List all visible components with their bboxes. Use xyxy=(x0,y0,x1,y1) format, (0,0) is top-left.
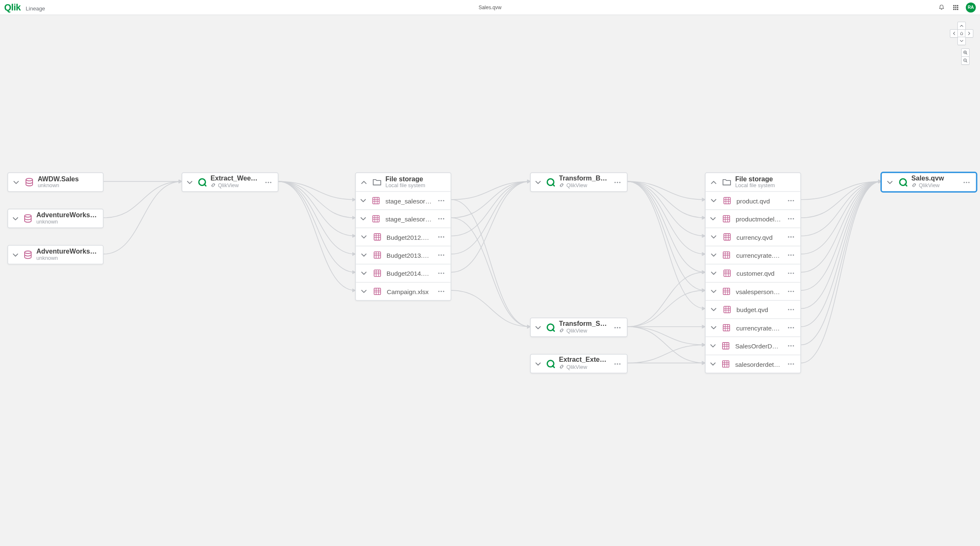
expand-toggle[interactable] xyxy=(710,269,718,277)
expand-toggle[interactable] xyxy=(535,178,542,186)
more-icon[interactable] xyxy=(612,177,623,188)
lineage-child-row[interactable]: customer.qvd xyxy=(705,264,800,282)
lineage-child-row[interactable]: stage_salesorderdetail... xyxy=(356,191,451,209)
more-icon[interactable] xyxy=(786,304,797,315)
expand-toggle[interactable] xyxy=(535,360,542,368)
more-icon[interactable] xyxy=(786,231,797,242)
pan-left-button[interactable] xyxy=(950,29,958,38)
expand-toggle[interactable] xyxy=(12,251,19,259)
lineage-child-row[interactable]: currency.qvd xyxy=(705,228,800,246)
expand-toggle[interactable] xyxy=(12,214,19,222)
expand-toggle[interactable] xyxy=(710,178,718,186)
expand-toggle[interactable] xyxy=(360,178,368,186)
more-icon[interactable] xyxy=(263,177,274,188)
lineage-node[interactable]: Transform_Budget.qvw QlikView xyxy=(530,173,627,192)
lineage-child-row[interactable]: SalesOrderDetail_202... xyxy=(705,336,800,354)
more-icon[interactable] xyxy=(436,286,447,297)
node-labels: AdventureWorks2017.Sales unknown xyxy=(36,212,99,225)
notifications-icon[interactable] xyxy=(937,3,946,12)
lineage-container-node[interactable]: File storage Local file system stage_sal… xyxy=(355,173,451,301)
expand-toggle[interactable] xyxy=(710,251,717,259)
pan-down-button[interactable] xyxy=(957,37,966,45)
more-icon[interactable] xyxy=(786,268,797,279)
expand-toggle[interactable] xyxy=(710,342,716,350)
pan-up-button[interactable] xyxy=(957,22,966,30)
expand-toggle[interactable] xyxy=(360,233,368,241)
expand-toggle[interactable] xyxy=(710,197,718,205)
node-header[interactable]: Extract_External.qvw QlikView xyxy=(531,355,627,373)
lineage-child-row[interactable]: stage_salesorderhead... xyxy=(356,209,451,227)
more-icon[interactable] xyxy=(786,340,797,351)
expand-toggle[interactable] xyxy=(710,287,717,295)
expand-toggle[interactable] xyxy=(360,215,367,223)
more-icon[interactable] xyxy=(612,322,623,333)
lineage-node[interactable]: Extract_Weekly.qvw QlikView xyxy=(182,173,279,192)
more-icon[interactable] xyxy=(436,195,447,206)
expand-toggle[interactable] xyxy=(710,305,718,313)
expand-toggle[interactable] xyxy=(710,360,716,368)
expand-toggle[interactable] xyxy=(710,233,718,241)
lineage-child-row[interactable]: product.qvd xyxy=(705,191,800,209)
pan-right-button[interactable] xyxy=(965,29,973,38)
expand-toggle[interactable] xyxy=(360,197,367,205)
expand-toggle[interactable] xyxy=(710,215,717,223)
more-icon[interactable] xyxy=(786,358,797,369)
expand-toggle[interactable] xyxy=(710,324,717,332)
node-header[interactable]: AdventureWorks2017.Sales unknown xyxy=(8,209,103,227)
app-launcher-icon[interactable] xyxy=(952,3,960,12)
avatar[interactable]: RA xyxy=(966,3,976,13)
node-header[interactable]: AdventureWorks2017.Produ... unknown xyxy=(8,246,103,264)
lineage-child-row[interactable]: vsalesperson.qvd xyxy=(705,282,800,300)
section-label: Lineage xyxy=(26,5,45,12)
expand-toggle[interactable] xyxy=(535,323,542,331)
node-header[interactable]: File storage Local file system xyxy=(356,173,451,191)
more-icon[interactable] xyxy=(786,323,797,333)
more-icon[interactable] xyxy=(436,213,447,224)
lineage-child-row[interactable]: Budget2014.xlsx xyxy=(356,264,451,282)
node-header[interactable]: Sales.qvw QlikView xyxy=(882,173,976,191)
node-header[interactable]: AWDW.Sales unknown xyxy=(8,173,103,191)
more-icon[interactable] xyxy=(961,177,972,188)
pan-home-button[interactable] xyxy=(957,29,966,38)
more-icon[interactable] xyxy=(786,213,797,224)
lineage-canvas[interactable]: AWDW.Sales unknown AdventureWorks2017.Sa… xyxy=(0,15,980,539)
brand-logo[interactable]: Qlik xyxy=(4,2,21,13)
expand-toggle[interactable] xyxy=(886,178,894,186)
lineage-container-node[interactable]: File storage Local file system product.q… xyxy=(705,173,801,373)
lineage-node[interactable]: Sales.qvw QlikView xyxy=(881,173,977,192)
node-header[interactable]: File storage Local file system xyxy=(705,173,800,191)
lineage-child-row[interactable]: salesorderdetail.qvd xyxy=(705,355,800,373)
lineage-child-row[interactable]: Budget2013.xlsx xyxy=(356,246,451,264)
lineage-node[interactable]: AdventureWorks2017.Produ... unknown xyxy=(8,245,104,264)
more-icon[interactable] xyxy=(786,286,797,297)
expand-toggle[interactable] xyxy=(360,269,368,277)
top-bar: Qlik Lineage Sales.qvw RA xyxy=(0,0,980,15)
node-header[interactable]: Extract_Weekly.qvw QlikView xyxy=(182,173,278,191)
lineage-node[interactable]: AdventureWorks2017.Sales unknown xyxy=(8,209,104,229)
expand-toggle[interactable] xyxy=(360,251,368,259)
more-icon[interactable] xyxy=(786,250,797,261)
lineage-child-row[interactable]: Campaign.xlsx xyxy=(356,282,451,300)
zoom-out-button[interactable] xyxy=(961,56,970,65)
more-icon[interactable] xyxy=(612,358,623,369)
lineage-node[interactable]: AWDW.Sales unknown xyxy=(8,173,104,192)
lineage-child-row[interactable]: currencyrate.qvd xyxy=(705,318,800,336)
expand-toggle[interactable] xyxy=(360,287,368,295)
more-icon[interactable] xyxy=(436,268,447,279)
lineage-child-row[interactable]: Budget2012.xlsx xyxy=(356,228,451,246)
expand-toggle[interactable] xyxy=(186,178,193,186)
more-icon[interactable] xyxy=(436,250,447,261)
more-icon[interactable] xyxy=(436,231,447,242)
canvas-viewport[interactable]: AWDW.Sales unknown AdventureWorks2017.Sa… xyxy=(0,15,980,546)
lineage-node[interactable]: Transform_Sales.qvw QlikView xyxy=(530,317,627,337)
lineage-node[interactable]: Extract_External.qvw QlikView xyxy=(530,354,627,373)
expand-toggle[interactable] xyxy=(12,178,20,186)
lineage-child-row[interactable]: currencyrate.qvd xyxy=(705,246,800,264)
zoom-in-button[interactable] xyxy=(961,48,970,57)
lineage-child-row[interactable]: productmodel.qvd xyxy=(705,209,800,227)
node-title: AWDW.Sales xyxy=(38,176,99,183)
node-header[interactable]: Transform_Budget.qvw QlikView xyxy=(531,173,627,191)
lineage-child-row[interactable]: budget.qvd xyxy=(705,300,800,318)
node-header[interactable]: Transform_Sales.qvw QlikView xyxy=(531,318,627,336)
more-icon[interactable] xyxy=(786,195,797,206)
